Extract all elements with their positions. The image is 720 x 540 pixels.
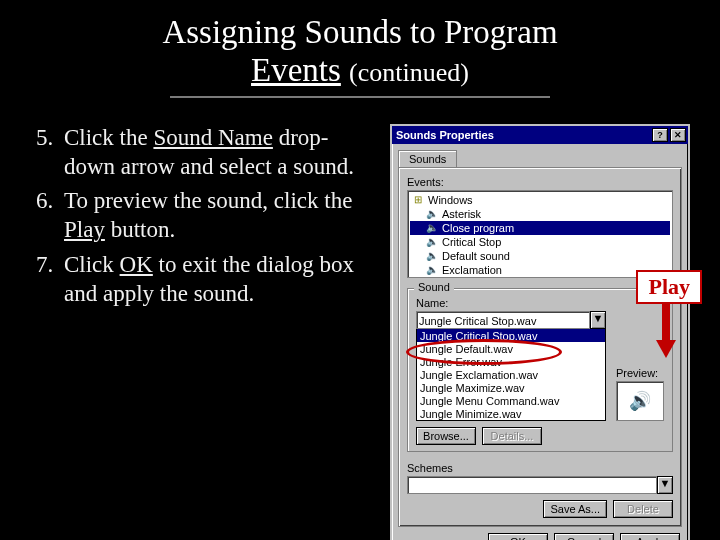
speaker-icon: 🔈: [426, 264, 438, 276]
delete-button[interactable]: Delete: [613, 500, 673, 518]
event-item-label: Critical Stop: [442, 236, 501, 248]
event-item-label: Default sound: [442, 250, 510, 262]
dropdown-option[interactable]: Jungle Maximize.wav: [417, 381, 605, 394]
dialog-screenshot: Sounds Properties ? ✕ Sounds Events: ⊞Wi…: [390, 124, 698, 540]
speaker-icon: 🔈: [426, 208, 438, 220]
details-button[interactable]: Details...: [482, 427, 542, 445]
schemes-dropdown-arrow[interactable]: ▼: [657, 476, 673, 494]
tab-sounds[interactable]: Sounds: [398, 150, 457, 167]
preview-speaker-icon: 🔊: [616, 381, 664, 421]
save-as-button[interactable]: Save As...: [543, 500, 607, 518]
sound-name-dropdown-list[interactable]: Jungle Critical Stop.wavJungle Default.w…: [416, 328, 606, 421]
sound-name-value: Jungle Critical Stop.wav: [416, 311, 590, 329]
dropdown-option[interactable]: Jungle Exclamation.wav: [417, 368, 605, 381]
event-item[interactable]: 🔈Critical Stop: [410, 235, 670, 249]
event-item[interactable]: 🔈Asterisk: [410, 207, 670, 221]
instruction-steps: Click the Sound Name drop-down arrow and…: [36, 124, 376, 540]
sound-name-combobox[interactable]: Jungle Critical Stop.wav ▼: [416, 311, 606, 329]
preview-label: Preview:: [616, 367, 664, 379]
dialog-titlebar: Sounds Properties ? ✕: [392, 126, 688, 144]
event-item[interactable]: ⊞Windows: [410, 193, 670, 207]
event-item-label: Close program: [442, 222, 514, 234]
event-item[interactable]: 🔈Exclamation: [410, 263, 670, 277]
sound-group-title: Sound: [414, 281, 454, 293]
event-item-label: Asterisk: [442, 208, 481, 220]
speaker-icon: 🔈: [426, 236, 438, 248]
event-item-label: Windows: [428, 194, 473, 206]
ok-button[interactable]: OK: [488, 533, 548, 540]
dropdown-option[interactable]: Jungle Critical Stop.wav: [417, 329, 605, 342]
schemes-combobox[interactable]: ▼: [407, 476, 673, 494]
slide-title: Assigning Sounds to Program Events (cont…: [0, 0, 720, 98]
title-line1: Assigning Sounds to Program: [162, 14, 557, 50]
windows-icon: ⊞: [412, 194, 424, 206]
schemes-label: Schemes: [407, 462, 673, 474]
title-continued: (continued): [349, 58, 469, 87]
apply-button[interactable]: Apply: [620, 533, 680, 540]
step-6: To preview the sound, click the Play but…: [64, 187, 376, 245]
sounds-properties-dialog: Sounds Properties ? ✕ Sounds Events: ⊞Wi…: [390, 124, 690, 540]
speaker-icon: 🔈: [426, 222, 438, 234]
events-listbox[interactable]: ⊞Windows🔈Asterisk🔈Close program🔈Critical…: [407, 190, 673, 278]
dropdown-option[interactable]: Jungle Menu Command.wav: [417, 394, 605, 407]
play-callout-label: Play: [636, 270, 702, 304]
dialog-title: Sounds Properties: [396, 129, 494, 141]
event-item[interactable]: 🔈Close program: [410, 221, 670, 235]
events-label: Events:: [407, 176, 673, 188]
play-callout-arrow: [656, 304, 676, 358]
dropdown-option[interactable]: Jungle Error.wav: [417, 355, 605, 368]
step-7: Click OK to exit the dialog box and appl…: [64, 251, 376, 309]
name-label: Name:: [416, 297, 606, 309]
sound-group: Sound Name: Jungle Critical Stop.wav ▼ J…: [407, 288, 673, 452]
title-line2: Events: [251, 52, 341, 88]
event-item[interactable]: 🔈Exit Windows: [410, 277, 670, 278]
dropdown-arrow-button[interactable]: ▼: [590, 311, 606, 329]
close-button[interactable]: ✕: [670, 128, 686, 142]
help-button[interactable]: ?: [652, 128, 668, 142]
event-item[interactable]: 🔈Default sound: [410, 249, 670, 263]
browse-button[interactable]: Browse...: [416, 427, 476, 445]
dropdown-option[interactable]: Jungle Default.wav: [417, 342, 605, 355]
speaker-icon: 🔈: [426, 250, 438, 262]
event-item-label: Exclamation: [442, 264, 502, 276]
dropdown-option[interactable]: Jungle Minimize.wav: [417, 407, 605, 420]
cancel-button[interactable]: Cancel: [554, 533, 614, 540]
step-5: Click the Sound Name drop-down arrow and…: [64, 124, 376, 182]
